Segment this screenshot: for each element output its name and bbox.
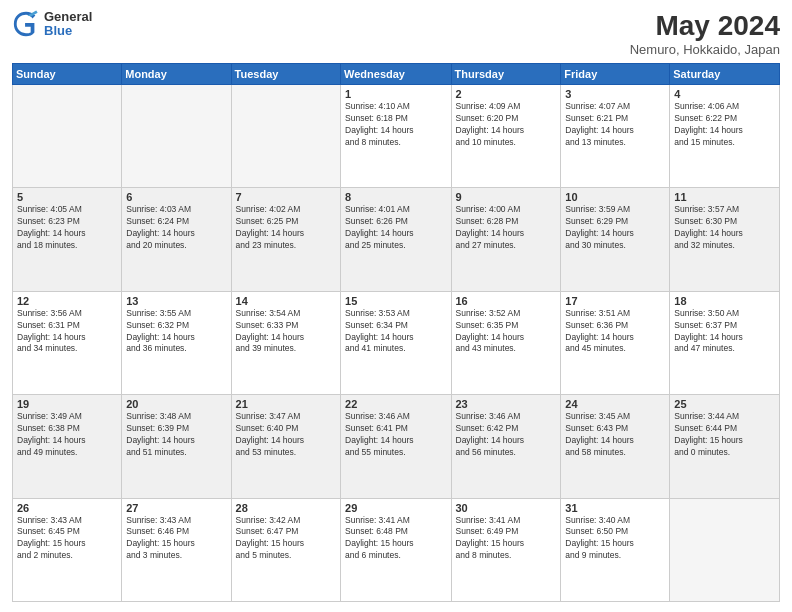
calendar-cell: 10Sunrise: 3:59 AM Sunset: 6:29 PM Dayli… (561, 188, 670, 291)
calendar-cell (231, 85, 340, 188)
main-title: May 2024 (630, 10, 780, 42)
day-info: Sunrise: 4:07 AM Sunset: 6:21 PM Dayligh… (565, 101, 665, 149)
day-info: Sunrise: 4:10 AM Sunset: 6:18 PM Dayligh… (345, 101, 446, 149)
day-info: Sunrise: 3:44 AM Sunset: 6:44 PM Dayligh… (674, 411, 775, 459)
day-number: 10 (565, 191, 665, 203)
calendar-cell: 23Sunrise: 3:46 AM Sunset: 6:42 PM Dayli… (451, 395, 561, 498)
calendar-cell: 7Sunrise: 4:02 AM Sunset: 6:25 PM Daylig… (231, 188, 340, 291)
weekday-header-row: Sunday Monday Tuesday Wednesday Thursday… (13, 64, 780, 85)
calendar-cell (122, 85, 231, 188)
calendar-cell: 3Sunrise: 4:07 AM Sunset: 6:21 PM Daylig… (561, 85, 670, 188)
calendar-cell: 9Sunrise: 4:00 AM Sunset: 6:28 PM Daylig… (451, 188, 561, 291)
sub-title: Nemuro, Hokkaido, Japan (630, 42, 780, 57)
calendar-cell: 14Sunrise: 3:54 AM Sunset: 6:33 PM Dayli… (231, 291, 340, 394)
day-info: Sunrise: 3:57 AM Sunset: 6:30 PM Dayligh… (674, 204, 775, 252)
day-info: Sunrise: 3:48 AM Sunset: 6:39 PM Dayligh… (126, 411, 226, 459)
calendar-cell: 1Sunrise: 4:10 AM Sunset: 6:18 PM Daylig… (341, 85, 451, 188)
logo-icon (12, 10, 40, 38)
calendar-cell: 24Sunrise: 3:45 AM Sunset: 6:43 PM Dayli… (561, 395, 670, 498)
day-info: Sunrise: 4:06 AM Sunset: 6:22 PM Dayligh… (674, 101, 775, 149)
calendar-week-row: 26Sunrise: 3:43 AM Sunset: 6:45 PM Dayli… (13, 498, 780, 601)
header-friday: Friday (561, 64, 670, 85)
day-number: 17 (565, 295, 665, 307)
calendar-body: 1Sunrise: 4:10 AM Sunset: 6:18 PM Daylig… (13, 85, 780, 602)
calendar-cell (13, 85, 122, 188)
day-info: Sunrise: 3:59 AM Sunset: 6:29 PM Dayligh… (565, 204, 665, 252)
day-info: Sunrise: 3:43 AM Sunset: 6:45 PM Dayligh… (17, 515, 117, 563)
calendar-week-row: 5Sunrise: 4:05 AM Sunset: 6:23 PM Daylig… (13, 188, 780, 291)
day-number: 18 (674, 295, 775, 307)
day-info: Sunrise: 3:42 AM Sunset: 6:47 PM Dayligh… (236, 515, 336, 563)
header-wednesday: Wednesday (341, 64, 451, 85)
calendar-cell: 20Sunrise: 3:48 AM Sunset: 6:39 PM Dayli… (122, 395, 231, 498)
day-number: 4 (674, 88, 775, 100)
day-number: 16 (456, 295, 557, 307)
day-info: Sunrise: 4:02 AM Sunset: 6:25 PM Dayligh… (236, 204, 336, 252)
calendar-cell: 12Sunrise: 3:56 AM Sunset: 6:31 PM Dayli… (13, 291, 122, 394)
day-number: 8 (345, 191, 446, 203)
calendar-cell: 21Sunrise: 3:47 AM Sunset: 6:40 PM Dayli… (231, 395, 340, 498)
day-info: Sunrise: 3:56 AM Sunset: 6:31 PM Dayligh… (17, 308, 117, 356)
day-info: Sunrise: 3:46 AM Sunset: 6:41 PM Dayligh… (345, 411, 446, 459)
day-number: 28 (236, 502, 336, 514)
day-number: 25 (674, 398, 775, 410)
day-info: Sunrise: 3:50 AM Sunset: 6:37 PM Dayligh… (674, 308, 775, 356)
calendar-week-row: 19Sunrise: 3:49 AM Sunset: 6:38 PM Dayli… (13, 395, 780, 498)
header-thursday: Thursday (451, 64, 561, 85)
day-info: Sunrise: 4:03 AM Sunset: 6:24 PM Dayligh… (126, 204, 226, 252)
calendar-cell: 4Sunrise: 4:06 AM Sunset: 6:22 PM Daylig… (670, 85, 780, 188)
calendar-cell: 11Sunrise: 3:57 AM Sunset: 6:30 PM Dayli… (670, 188, 780, 291)
day-number: 22 (345, 398, 446, 410)
day-info: Sunrise: 3:53 AM Sunset: 6:34 PM Dayligh… (345, 308, 446, 356)
day-number: 29 (345, 502, 446, 514)
day-info: Sunrise: 4:09 AM Sunset: 6:20 PM Dayligh… (456, 101, 557, 149)
day-info: Sunrise: 3:46 AM Sunset: 6:42 PM Dayligh… (456, 411, 557, 459)
calendar-cell: 22Sunrise: 3:46 AM Sunset: 6:41 PM Dayli… (341, 395, 451, 498)
calendar-cell: 13Sunrise: 3:55 AM Sunset: 6:32 PM Dayli… (122, 291, 231, 394)
title-block: May 2024 Nemuro, Hokkaido, Japan (630, 10, 780, 57)
day-info: Sunrise: 3:41 AM Sunset: 6:48 PM Dayligh… (345, 515, 446, 563)
header-saturday: Saturday (670, 64, 780, 85)
day-info: Sunrise: 4:05 AM Sunset: 6:23 PM Dayligh… (17, 204, 117, 252)
day-info: Sunrise: 3:51 AM Sunset: 6:36 PM Dayligh… (565, 308, 665, 356)
day-number: 21 (236, 398, 336, 410)
day-number: 24 (565, 398, 665, 410)
day-number: 14 (236, 295, 336, 307)
header-sunday: Sunday (13, 64, 122, 85)
calendar-cell: 19Sunrise: 3:49 AM Sunset: 6:38 PM Dayli… (13, 395, 122, 498)
day-info: Sunrise: 3:54 AM Sunset: 6:33 PM Dayligh… (236, 308, 336, 356)
day-info: Sunrise: 3:45 AM Sunset: 6:43 PM Dayligh… (565, 411, 665, 459)
day-info: Sunrise: 3:40 AM Sunset: 6:50 PM Dayligh… (565, 515, 665, 563)
day-number: 12 (17, 295, 117, 307)
day-info: Sunrise: 3:49 AM Sunset: 6:38 PM Dayligh… (17, 411, 117, 459)
calendar-cell: 5Sunrise: 4:05 AM Sunset: 6:23 PM Daylig… (13, 188, 122, 291)
calendar-cell: 27Sunrise: 3:43 AM Sunset: 6:46 PM Dayli… (122, 498, 231, 601)
day-info: Sunrise: 4:00 AM Sunset: 6:28 PM Dayligh… (456, 204, 557, 252)
calendar-cell: 28Sunrise: 3:42 AM Sunset: 6:47 PM Dayli… (231, 498, 340, 601)
calendar-cell: 8Sunrise: 4:01 AM Sunset: 6:26 PM Daylig… (341, 188, 451, 291)
day-number: 5 (17, 191, 117, 203)
day-info: Sunrise: 3:41 AM Sunset: 6:49 PM Dayligh… (456, 515, 557, 563)
calendar-cell: 16Sunrise: 3:52 AM Sunset: 6:35 PM Dayli… (451, 291, 561, 394)
calendar-cell: 25Sunrise: 3:44 AM Sunset: 6:44 PM Dayli… (670, 395, 780, 498)
calendar-cell (670, 498, 780, 601)
header-tuesday: Tuesday (231, 64, 340, 85)
day-number: 9 (456, 191, 557, 203)
calendar-cell: 2Sunrise: 4:09 AM Sunset: 6:20 PM Daylig… (451, 85, 561, 188)
day-info: Sunrise: 4:01 AM Sunset: 6:26 PM Dayligh… (345, 204, 446, 252)
calendar-header: Sunday Monday Tuesday Wednesday Thursday… (13, 64, 780, 85)
logo-text: General Blue (44, 10, 92, 39)
header-monday: Monday (122, 64, 231, 85)
logo-general-text: General (44, 10, 92, 24)
day-number: 19 (17, 398, 117, 410)
day-number: 26 (17, 502, 117, 514)
header: General Blue May 2024 Nemuro, Hokkaido, … (12, 10, 780, 57)
day-number: 31 (565, 502, 665, 514)
calendar-cell: 6Sunrise: 4:03 AM Sunset: 6:24 PM Daylig… (122, 188, 231, 291)
page: General Blue May 2024 Nemuro, Hokkaido, … (0, 0, 792, 612)
day-number: 15 (345, 295, 446, 307)
calendar-week-row: 1Sunrise: 4:10 AM Sunset: 6:18 PM Daylig… (13, 85, 780, 188)
calendar-cell: 29Sunrise: 3:41 AM Sunset: 6:48 PM Dayli… (341, 498, 451, 601)
day-number: 23 (456, 398, 557, 410)
day-number: 13 (126, 295, 226, 307)
